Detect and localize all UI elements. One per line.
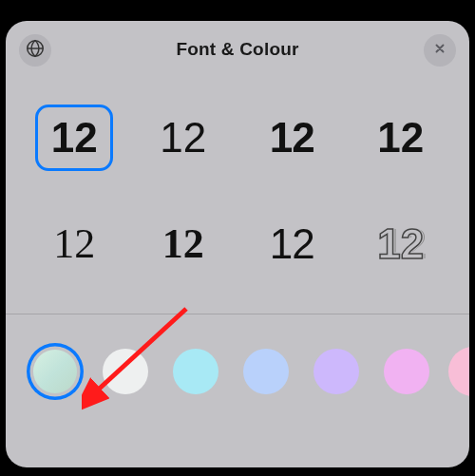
font-grid: 12 12 12 12 12 12 12 12: [6, 78, 469, 314]
swatch-fill: [314, 349, 359, 394]
color-swatch-cyan[interactable]: [167, 343, 224, 400]
language-button[interactable]: [19, 34, 51, 67]
font-option-serif-bold[interactable]: 12: [144, 211, 222, 277]
font-option-condensed[interactable]: 12: [253, 105, 331, 171]
sheet-header: Font & Colour: [6, 21, 469, 78]
color-swatch-magenta[interactable]: [378, 343, 435, 400]
font-option-serif-thin[interactable]: 12: [35, 211, 113, 277]
close-icon: [433, 42, 446, 59]
swatch-fill: [448, 347, 469, 396]
font-option-stencil[interactable]: 12: [362, 105, 440, 171]
color-row[interactable]: [6, 314, 469, 428]
color-swatch-pastel-green[interactable]: [27, 343, 84, 400]
color-swatch-white[interactable]: [97, 343, 154, 400]
font-option-humanist[interactable]: 12: [253, 211, 331, 277]
swatch-fill: [33, 350, 77, 393]
close-button[interactable]: [424, 34, 456, 67]
sheet-title: Font & Colour: [176, 39, 298, 60]
swatch-fill: [103, 349, 148, 394]
swatch-fill: [243, 349, 289, 394]
swatch-fill: [173, 349, 218, 394]
color-swatch-purple[interactable]: [308, 343, 365, 400]
swatch-fill: [384, 349, 429, 394]
color-swatch-blue[interactable]: [238, 343, 294, 400]
font-option-sf-rounded[interactable]: 12: [35, 105, 113, 171]
font-colour-sheet: Font & Colour 12 12 12 12 12 12 12 12: [6, 21, 469, 467]
globe-icon: [25, 38, 46, 63]
color-swatch-pink[interactable]: [448, 343, 469, 400]
font-option-outline[interactable]: 12: [362, 211, 440, 277]
font-option-sf-light[interactable]: 12: [144, 105, 222, 171]
